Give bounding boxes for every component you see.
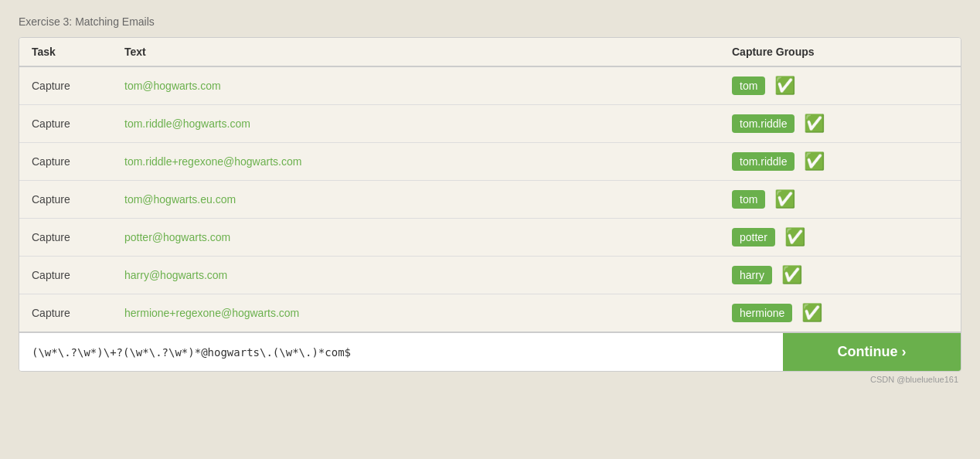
- capture-cell: tom ✅: [732, 76, 948, 95]
- check-icon: ✅: [774, 191, 795, 208]
- check-icon: ✅: [774, 77, 795, 94]
- capture-badge: tom: [732, 76, 765, 95]
- task-cell: Capture: [32, 155, 124, 168]
- table-row: Capture harry@hogwarts.com harry ✅: [19, 257, 961, 294]
- capture-cell: tom.riddle ✅: [732, 114, 948, 133]
- table-row: Capture tom.riddle+regexone@hogwarts.com…: [19, 143, 961, 181]
- text-cell: tom@hogwarts.com: [124, 80, 732, 92]
- capture-cell: harry ✅: [732, 266, 948, 284]
- table-row: Capture tom@hogwarts.com tom ✅: [19, 67, 961, 105]
- text-cell: tom@hogwarts.eu.com: [124, 193, 732, 206]
- check-icon: ✅: [781, 267, 802, 284]
- task-column-header: Task: [32, 46, 124, 58]
- task-cell: Capture: [32, 80, 124, 92]
- text-column-header: Text: [124, 46, 732, 58]
- bottom-bar: Continue ›: [19, 332, 961, 371]
- capture-groups-column-header: Capture Groups: [732, 46, 948, 58]
- text-cell: hermione+regexone@hogwarts.com: [124, 307, 732, 319]
- continue-button[interactable]: Continue ›: [783, 333, 961, 371]
- regex-input[interactable]: [19, 333, 783, 371]
- table-row: Capture tom@hogwarts.eu.com tom ✅: [19, 181, 961, 219]
- capture-badge: potter: [732, 228, 775, 246]
- check-icon: ✅: [804, 115, 825, 132]
- table-row: Capture potter@hogwarts.com potter ✅: [19, 219, 961, 257]
- table-body: Capture tom@hogwarts.com tom ✅ Capture t…: [19, 67, 961, 332]
- capture-badge: tom.riddle: [732, 114, 795, 133]
- table-row: Capture hermione+regexone@hogwarts.com h…: [19, 294, 961, 332]
- table-row: Capture tom.riddle@hogwarts.com tom.ridd…: [19, 105, 961, 143]
- check-icon: ✅: [801, 304, 822, 321]
- task-cell: Capture: [32, 269, 124, 281]
- capture-cell: tom ✅: [732, 190, 948, 209]
- capture-badge: tom.riddle: [732, 152, 795, 171]
- exercise-table: Task Text Capture Groups Capture tom@hog…: [19, 37, 961, 372]
- text-cell: potter@hogwarts.com: [124, 231, 732, 243]
- table-header: Task Text Capture Groups: [19, 38, 961, 67]
- task-cell: Capture: [32, 231, 124, 243]
- text-cell: harry@hogwarts.com: [124, 269, 732, 281]
- capture-badge: harry: [732, 266, 772, 284]
- capture-cell: tom.riddle ✅: [732, 152, 948, 171]
- footer-credit: CSDN @blueluelue161: [19, 375, 961, 384]
- capture-cell: hermione ✅: [732, 304, 948, 322]
- check-icon: ✅: [804, 153, 825, 170]
- task-cell: Capture: [32, 307, 124, 319]
- exercise-title: Exercise 3: Matching Emails: [19, 15, 961, 28]
- text-cell: tom.riddle@hogwarts.com: [124, 117, 732, 130]
- task-cell: Capture: [32, 117, 124, 130]
- text-cell: tom.riddle+regexone@hogwarts.com: [124, 155, 732, 168]
- capture-badge: tom: [732, 190, 765, 209]
- check-icon: ✅: [784, 229, 805, 246]
- task-cell: Capture: [32, 193, 124, 206]
- main-container: Exercise 3: Matching Emails Task Text Ca…: [19, 15, 961, 384]
- capture-badge: hermione: [732, 304, 792, 322]
- capture-cell: potter ✅: [732, 228, 948, 246]
